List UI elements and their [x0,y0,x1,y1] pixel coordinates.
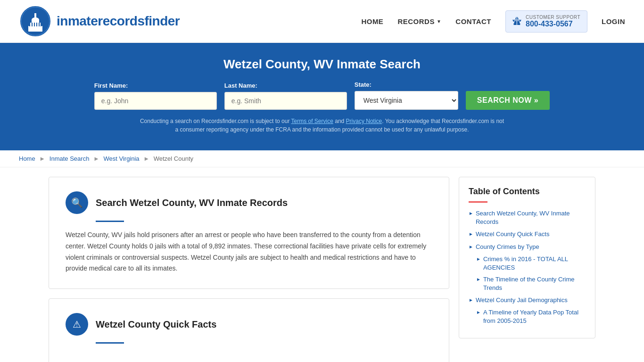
toc-sublist: ► Crimes % in 2016 - TOTAL ALL AGENCIES … [469,255,586,293]
customer-support[interactable]: 🛣 CUSTOMER SUPPORT 800-433-0567 [505,10,587,33]
toc-link-1[interactable]: ► Search Wetzel County, WV Inmate Record… [469,209,586,226]
state-select[interactable]: West Virginia [355,91,458,110]
section-title-1: Search Wetzel County, WV Inmate Records [96,197,288,208]
svg-rect-6 [34,13,36,20]
toc-item-6[interactable]: ► Wetzel County Jail Demographics [469,296,586,304]
toc-item-3[interactable]: ► County Crimes by Type [469,243,586,251]
toc-item-5[interactable]: ► The Timeline of the County Crime Trend… [476,275,586,292]
section-header-2: ⚠ Wetzel County Quick Facts [66,313,432,336]
sidebar: Table of Contents ► Search Wetzel County… [459,177,595,362]
section-quick-facts: ⚠ Wetzel County Quick Facts [49,298,449,362]
support-label: CUSTOMER SUPPORT [526,15,580,20]
toc-link-5[interactable]: ► The Timeline of the County Crime Trend… [476,275,586,292]
search-button[interactable]: SEARCH NOW » [466,91,550,110]
toc-list: ► Search Wetzel County, WV Inmate Record… [469,209,586,325]
toc-chevron-icon: ► [476,276,481,283]
toc-card: Table of Contents ► Search Wetzel County… [459,177,595,338]
nav-contact[interactable]: CONTACT [455,17,491,25]
breadcrumb-inmate-search[interactable]: Inmate Search [50,155,90,162]
chevron-down-icon: ▼ [437,19,441,24]
toc-chevron-icon: ► [469,244,473,250]
breadcrumb-sep-2: ► [93,155,99,162]
search-icon-circle: 🔍 [66,191,88,214]
first-name-group: First Name: [94,82,217,110]
toc-chevron-icon: ► [476,256,481,263]
section-title-2: Wetzel County Quick Facts [96,319,216,330]
nav-records[interactable]: RECORDS ▼ [397,17,441,25]
site-header: inmaterecordsfinder HOME RECORDS ▼ CONTA… [0,0,644,43]
privacy-link[interactable]: Privacy Notice [346,118,382,124]
svg-rect-10 [36,23,37,26]
first-name-input[interactable] [94,92,217,110]
content-area: 🔍 Search Wetzel County, WV Inmate Record… [49,177,449,362]
search-form: First Name: Last Name: State: West Virgi… [110,81,534,110]
tos-link[interactable]: Terms of Service [291,118,333,124]
hero-title: Wetzel County, WV Inmate Search [19,57,625,72]
support-info: CUSTOMER SUPPORT 800-433-0567 [526,15,580,28]
toc-sublist-2: ► A Timeline of Yearly Data Pop Total fr… [469,308,586,325]
magnifier-icon: 🔍 [71,197,83,208]
alert-icon-circle: ⚠ [66,313,88,336]
svg-rect-8 [32,23,33,26]
toc-chevron-icon: ► [476,309,481,316]
toc-link-7[interactable]: ► A Timeline of Yearly Data Pop Total fr… [476,308,586,325]
toc-link-3[interactable]: ► County Crimes by Type [469,243,586,251]
svg-rect-9 [34,23,35,26]
support-number: 800-433-0567 [526,20,580,28]
logo-icon [19,5,52,38]
nav-login[interactable]: LOGIN [602,17,625,25]
hero-banner: Wetzel County, WV Inmate Search First Na… [0,43,644,150]
toc-chevron-icon: ► [469,297,473,304]
alert-icon: ⚠ [73,319,81,330]
breadcrumb-sep-3: ► [143,155,149,162]
svg-rect-11 [39,23,40,26]
toc-title: Table of Contents [469,187,586,197]
hero-disclaimer: Conducting a search on Recordsfinder.com… [138,117,506,134]
main-layout: 🔍 Search Wetzel County, WV Inmate Record… [39,177,605,362]
breadcrumb-home[interactable]: Home [19,155,35,162]
toc-link-6[interactable]: ► Wetzel County Jail Demographics [469,296,586,304]
toc-divider [469,201,487,203]
toc-item-4[interactable]: ► Crimes % in 2016 - TOTAL ALL AGENCIES [476,255,586,272]
breadcrumb-sep-1: ► [39,155,45,162]
breadcrumb: Home ► Inmate Search ► West Virginia ► W… [0,150,644,167]
toc-chevron-icon: ► [469,210,473,217]
toc-link-4[interactable]: ► Crimes % in 2016 - TOTAL ALL AGENCIES [476,255,586,272]
svg-rect-7 [29,23,30,26]
toc-chevron-icon: ► [469,231,473,238]
section-underline-1 [96,221,124,222]
state-label: State: [355,81,458,88]
first-name-label: First Name: [94,82,217,89]
section-inmate-records: 🔍 Search Wetzel County, WV Inmate Record… [49,177,449,289]
section-underline-2 [96,342,124,344]
nav-home[interactable]: HOME [361,17,383,25]
logo[interactable]: inmaterecordsfinder [19,5,180,38]
svg-rect-2 [28,26,42,32]
toc-item-2[interactable]: ► Wetzel County Quick Facts [469,230,586,239]
main-nav: HOME RECORDS ▼ CONTACT 🛣 CUSTOMER SUPPOR… [361,10,625,33]
section-body-1: Wetzel County, WV jails hold prisoners a… [66,230,432,274]
toc-link-2[interactable]: ► Wetzel County Quick Facts [469,230,586,239]
state-group: State: West Virginia [355,81,458,110]
last-name-label: Last Name: [224,82,347,89]
last-name-input[interactable] [224,92,347,110]
section-header-1: 🔍 Search Wetzel County, WV Inmate Record… [66,191,432,214]
logo-text: inmaterecordsfinder [57,14,180,29]
breadcrumb-county: Wetzel County [154,155,193,162]
toc-item-1[interactable]: ► Search Wetzel County, WV Inmate Record… [469,209,586,226]
breadcrumb-state[interactable]: West Virginia [103,155,139,162]
svg-rect-12 [41,23,41,26]
headphone-icon: 🛣 [512,16,522,27]
last-name-group: Last Name: [224,82,347,110]
toc-item-7[interactable]: ► A Timeline of Yearly Data Pop Total fr… [476,308,586,325]
